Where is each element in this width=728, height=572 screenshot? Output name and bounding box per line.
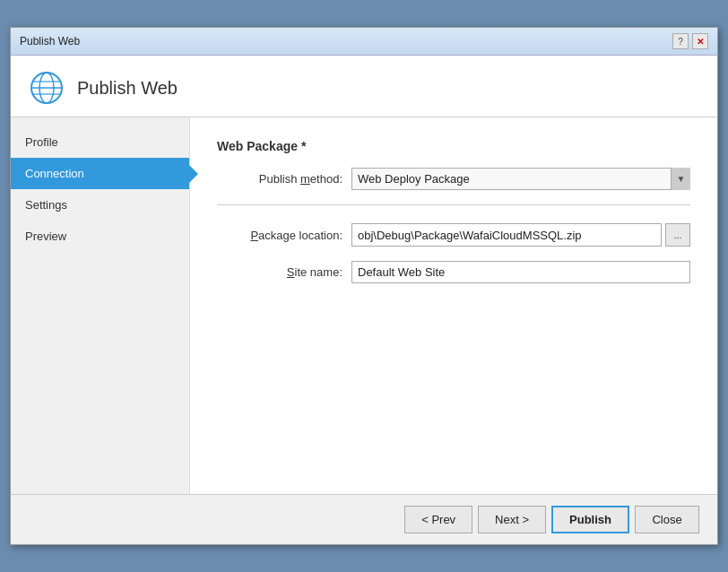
publish-method-label: Publish method: <box>217 172 342 186</box>
site-name-label: Site name: <box>217 265 342 279</box>
close-button[interactable]: Close <box>635 506 699 533</box>
title-bar-left: Publish Web <box>20 35 80 48</box>
dialog-header: Publish Web <box>11 56 717 117</box>
prev-button[interactable]: < Prev <box>404 506 472 533</box>
main-panel: Web Package * Publish method: Web Deploy… <box>190 117 717 494</box>
publish-button[interactable]: Publish <box>551 506 629 533</box>
dialog-footer: < Prev Next > Publish Close <box>11 494 717 544</box>
package-location-row: Package location: ... <box>217 223 690 247</box>
title-bar-controls: ? ✕ <box>672 33 708 49</box>
sidebar-item-settings[interactable]: Settings <box>11 189 189 221</box>
content-area: Profile Connection Settings Preview Web … <box>11 117 717 494</box>
sidebar-item-connection[interactable]: Connection <box>11 158 189 189</box>
publish-method-select-wrapper: Web Deploy Package Web Deploy FTP File S… <box>351 168 690 190</box>
site-name-input[interactable] <box>351 261 690 283</box>
window-title: Publish Web <box>20 35 80 48</box>
package-location-input[interactable] <box>351 223 662 247</box>
globe-icon <box>29 70 65 106</box>
publish-method-select[interactable]: Web Deploy Package Web Deploy FTP File S… <box>351 168 690 190</box>
sidebar: Profile Connection Settings Preview <box>11 117 190 494</box>
package-location-label: Package location: <box>217 229 342 242</box>
divider <box>217 204 690 205</box>
sidebar-item-preview[interactable]: Preview <box>11 221 189 252</box>
title-bar: Publish Web ? ✕ <box>11 28 717 56</box>
package-location-field-group: ... <box>351 223 690 247</box>
window-close-button[interactable]: ✕ <box>692 33 708 49</box>
section-title: Web Package * <box>217 139 690 153</box>
help-button[interactable]: ? <box>672 33 689 49</box>
site-name-row: Site name: <box>217 261 690 283</box>
publish-web-dialog: Publish Web ? ✕ Publish Web Profile Conn… <box>10 27 718 545</box>
dialog-title: Publish Web <box>77 78 178 99</box>
browse-button[interactable]: ... <box>665 223 690 247</box>
sidebar-item-profile[interactable]: Profile <box>11 126 189 158</box>
publish-method-row: Publish method: Web Deploy Package Web D… <box>217 168 690 190</box>
next-button[interactable]: Next > <box>478 506 546 533</box>
